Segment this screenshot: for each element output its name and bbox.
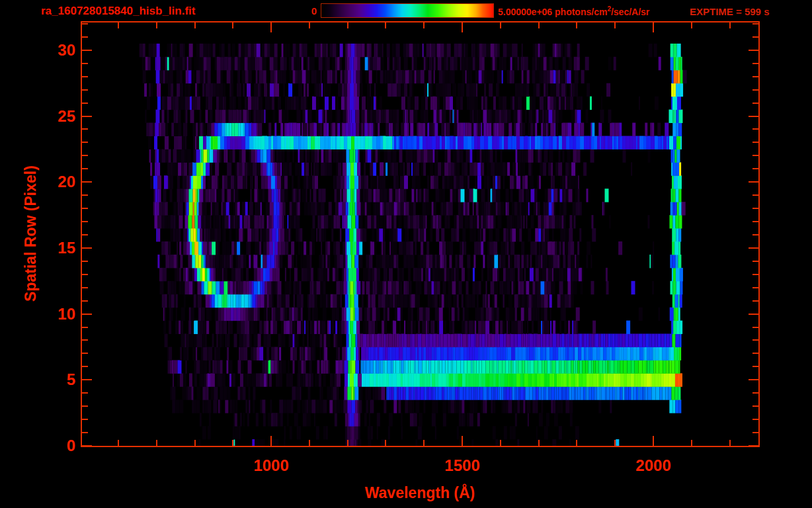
x-major-tick xyxy=(653,22,654,32)
y-minor-tick xyxy=(752,339,758,341)
x-minor-tick xyxy=(194,22,196,28)
y-tick-label: 25 xyxy=(24,107,75,126)
y-minor-tick xyxy=(82,76,88,77)
x-minor-tick xyxy=(538,440,540,446)
x-minor-tick xyxy=(118,440,119,446)
x-minor-tick xyxy=(423,22,425,28)
y-minor-tick xyxy=(82,221,88,222)
y-minor-tick xyxy=(752,221,758,222)
y-minor-tick xyxy=(82,63,88,64)
y-minor-tick xyxy=(82,339,88,341)
x-minor-tick xyxy=(156,22,157,28)
y-minor-tick xyxy=(752,23,758,24)
y-minor-tick xyxy=(82,142,88,143)
y-minor-tick xyxy=(752,128,758,130)
y-minor-tick xyxy=(752,366,758,367)
y-minor-tick xyxy=(82,234,88,235)
y-minor-tick xyxy=(752,261,758,262)
x-minor-tick xyxy=(423,440,425,446)
y-minor-tick xyxy=(82,208,88,209)
x-minor-tick xyxy=(347,440,348,446)
x-minor-tick xyxy=(729,440,731,446)
x-minor-tick xyxy=(156,440,157,446)
y-minor-tick xyxy=(752,419,758,420)
y-minor-tick xyxy=(82,287,88,288)
colorbar xyxy=(321,3,494,18)
y-major-tick xyxy=(82,116,92,117)
x-minor-tick xyxy=(576,22,577,28)
y-major-tick xyxy=(82,314,92,315)
y-minor-tick xyxy=(82,155,88,156)
x-major-tick xyxy=(653,436,654,446)
y-minor-tick xyxy=(82,194,88,196)
y-minor-tick xyxy=(82,261,88,262)
y-major-tick xyxy=(82,379,92,380)
y-major-tick xyxy=(749,181,758,183)
x-tick-label: 2000 xyxy=(614,456,693,475)
y-minor-tick xyxy=(82,89,88,91)
y-tick-label: 30 xyxy=(24,41,75,60)
y-minor-tick xyxy=(752,300,758,302)
x-minor-tick xyxy=(614,440,616,446)
y-minor-tick xyxy=(752,234,758,235)
y-tick-label: 20 xyxy=(24,173,75,191)
y-minor-tick xyxy=(752,432,758,433)
x-major-tick xyxy=(462,436,463,446)
x-minor-tick xyxy=(500,440,501,446)
y-major-tick xyxy=(749,314,758,315)
x-minor-tick xyxy=(232,22,233,28)
x-major-tick xyxy=(270,22,272,32)
y-minor-tick xyxy=(82,432,88,433)
y-minor-tick xyxy=(82,128,88,130)
y-minor-tick xyxy=(82,168,88,169)
y-minor-tick xyxy=(82,353,88,354)
plot-frame xyxy=(81,21,760,447)
y-major-tick xyxy=(82,181,92,183)
spectrogram-viewer-window: ra_160728015840_hisb_lin.fit 0 5.00000e+… xyxy=(0,0,812,508)
y-minor-tick xyxy=(82,300,88,302)
y-minor-tick xyxy=(752,208,758,209)
y-minor-tick xyxy=(752,274,758,275)
x-minor-tick xyxy=(691,22,692,28)
y-tick-label: 5 xyxy=(24,370,75,389)
y-major-tick xyxy=(82,247,92,249)
y-tick-label: 15 xyxy=(24,239,75,257)
y-minor-tick xyxy=(752,142,758,143)
x-minor-tick xyxy=(500,22,501,28)
y-minor-tick xyxy=(82,366,88,367)
y-major-tick xyxy=(749,116,758,117)
colorbar-unit-pre: photons/cm xyxy=(552,7,607,17)
y-major-tick xyxy=(82,50,92,51)
x-minor-tick xyxy=(576,440,577,446)
y-tick-label: 0 xyxy=(24,437,75,455)
x-minor-tick xyxy=(538,22,540,28)
colorbar-max-value: 5.00000e+06 xyxy=(498,7,552,17)
y-major-tick xyxy=(749,445,758,446)
x-minor-tick xyxy=(194,440,196,446)
x-minor-tick xyxy=(309,22,310,28)
y-minor-tick xyxy=(82,405,88,407)
y-minor-tick xyxy=(752,287,758,288)
x-minor-tick xyxy=(614,22,616,28)
y-minor-tick xyxy=(82,103,88,104)
colorbar-max-label: 5.00000e+06 photons/cm2/sec/A/sr xyxy=(498,5,649,17)
y-minor-tick xyxy=(82,419,88,420)
x-major-tick xyxy=(270,436,272,446)
x-tick-label: 1000 xyxy=(231,456,311,475)
x-minor-tick xyxy=(729,22,731,28)
y-minor-tick xyxy=(752,103,758,104)
x-minor-tick xyxy=(385,440,386,446)
y-minor-tick xyxy=(82,23,88,24)
colorbar-unit-post: /sec/A/sr xyxy=(611,7,649,17)
x-major-tick xyxy=(462,22,463,32)
colorbar-min-label: 0 xyxy=(301,5,317,17)
y-major-tick xyxy=(749,50,758,51)
y-major-tick xyxy=(749,247,758,249)
y-minor-tick xyxy=(752,155,758,156)
y-minor-tick xyxy=(752,36,758,38)
exptime-label: EXPTIME = 599 s xyxy=(690,6,769,17)
y-minor-tick xyxy=(752,353,758,354)
x-tick-label: 1500 xyxy=(423,456,502,475)
y-minor-tick xyxy=(752,168,758,169)
y-minor-tick xyxy=(752,194,758,196)
